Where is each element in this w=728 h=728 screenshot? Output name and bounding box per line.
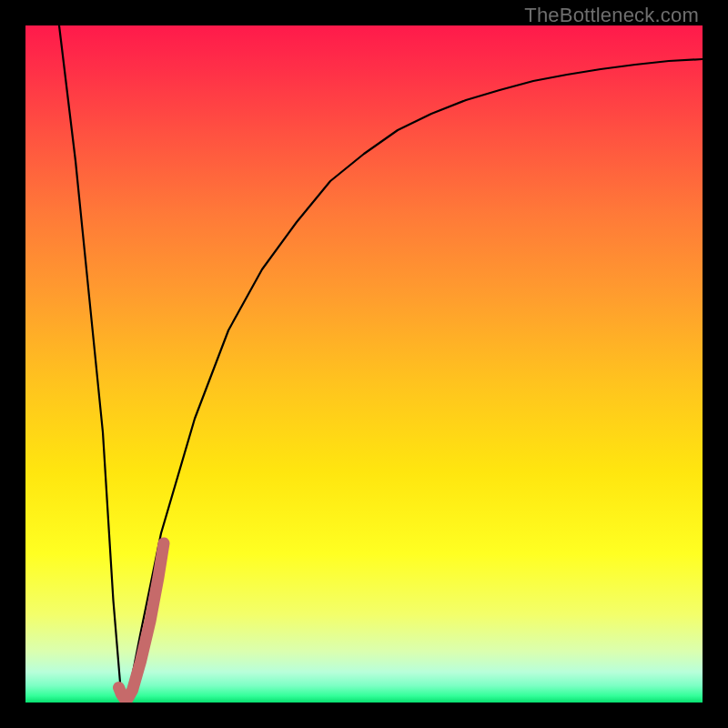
- plot-area: [25, 25, 703, 703]
- watermark-text: TheBottleneck.com: [524, 4, 699, 27]
- curve-layer: [25, 25, 703, 703]
- chart-frame: TheBottleneck.com: [0, 0, 728, 728]
- highlight-segment: [119, 543, 165, 700]
